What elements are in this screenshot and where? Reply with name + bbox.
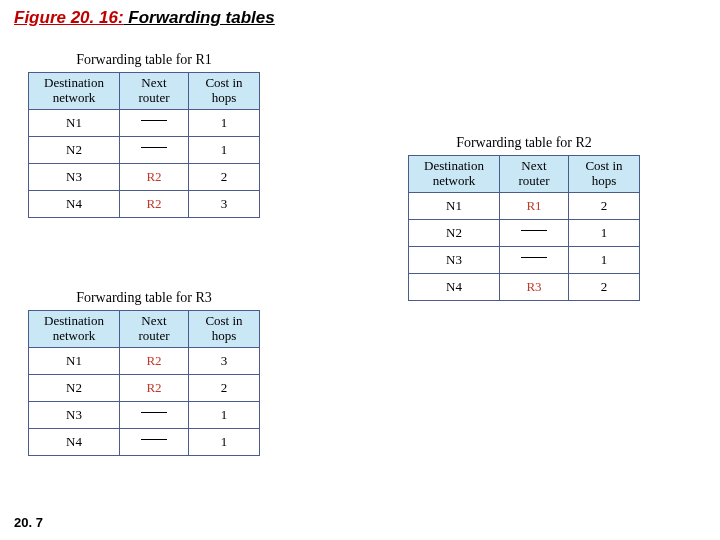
table-row: N3 1: [409, 246, 640, 273]
slide-number: 20. 7: [14, 515, 43, 530]
table: Destinationnetwork Nextrouter Cost inhop…: [408, 155, 640, 301]
table-row: N2 1: [409, 219, 640, 246]
col-header-next: Nextrouter: [500, 156, 569, 193]
cell-next: R2: [120, 163, 189, 190]
cell-next: [120, 136, 189, 163]
cell-cost: 2: [569, 273, 640, 300]
cell-dest: N1: [29, 347, 120, 374]
forwarding-table-r1: Forwarding table for R1 Destinationnetwo…: [28, 52, 260, 218]
col-header-destination: Destinationnetwork: [409, 156, 500, 193]
table-row: N2 R2 2: [29, 374, 260, 401]
cell-next: [120, 109, 189, 136]
table-row: N1 R1 2: [409, 192, 640, 219]
cell-next: [120, 428, 189, 455]
table-row: N3 R2 2: [29, 163, 260, 190]
figure-label: Forwarding tables: [124, 8, 275, 27]
figure-title: Figure 20. 16: Forwarding tables: [14, 8, 275, 28]
cell-cost: 1: [189, 428, 260, 455]
dash-icon: [521, 257, 547, 258]
table-row: N1 R2 3: [29, 347, 260, 374]
cell-cost: 3: [189, 347, 260, 374]
cell-cost: 2: [189, 374, 260, 401]
forwarding-table-r2: Forwarding table for R2 Destinationnetwo…: [408, 135, 640, 301]
cell-dest: N1: [29, 109, 120, 136]
col-header-cost: Cost inhops: [569, 156, 640, 193]
table-caption: Forwarding table for R3: [28, 290, 260, 306]
table-row: N3 1: [29, 401, 260, 428]
cell-dest: N2: [29, 374, 120, 401]
table: Destinationnetwork Nextrouter Cost inhop…: [28, 72, 260, 218]
table-caption: Forwarding table for R2: [408, 135, 640, 151]
cell-next: [500, 219, 569, 246]
dash-icon: [141, 147, 167, 148]
dash-icon: [141, 439, 167, 440]
cell-dest: N4: [29, 190, 120, 217]
col-header-cost: Cost inhops: [189, 73, 260, 110]
cell-cost: 2: [569, 192, 640, 219]
cell-next: [120, 401, 189, 428]
cell-next: R3: [500, 273, 569, 300]
cell-dest: N4: [29, 428, 120, 455]
table-row: N4 1: [29, 428, 260, 455]
col-header-destination: Destinationnetwork: [29, 311, 120, 348]
cell-cost: 2: [189, 163, 260, 190]
cell-cost: 1: [189, 136, 260, 163]
forwarding-table-r3: Forwarding table for R3 Destinationnetwo…: [28, 290, 260, 456]
dash-icon: [521, 230, 547, 231]
col-header-destination: Destinationnetwork: [29, 73, 120, 110]
col-header-next: Nextrouter: [120, 73, 189, 110]
cell-next: R2: [120, 374, 189, 401]
figure-number: Figure 20. 16:: [14, 8, 124, 27]
cell-next: R2: [120, 347, 189, 374]
cell-dest: N3: [409, 246, 500, 273]
cell-cost: 1: [189, 109, 260, 136]
cell-next: R2: [120, 190, 189, 217]
cell-cost: 3: [189, 190, 260, 217]
dash-icon: [141, 412, 167, 413]
cell-dest: N4: [409, 273, 500, 300]
cell-next: [500, 246, 569, 273]
table-row: N1 1: [29, 109, 260, 136]
cell-dest: N3: [29, 163, 120, 190]
table: Destinationnetwork Nextrouter Cost inhop…: [28, 310, 260, 456]
cell-cost: 1: [189, 401, 260, 428]
cell-dest: N3: [29, 401, 120, 428]
table-row: N4 R2 3: [29, 190, 260, 217]
dash-icon: [141, 120, 167, 121]
cell-dest: N1: [409, 192, 500, 219]
cell-next: R1: [500, 192, 569, 219]
table-row: N4 R3 2: [409, 273, 640, 300]
cell-cost: 1: [569, 246, 640, 273]
cell-dest: N2: [409, 219, 500, 246]
table-row: N2 1: [29, 136, 260, 163]
cell-dest: N2: [29, 136, 120, 163]
col-header-cost: Cost inhops: [189, 311, 260, 348]
cell-cost: 1: [569, 219, 640, 246]
col-header-next: Nextrouter: [120, 311, 189, 348]
table-caption: Forwarding table for R1: [28, 52, 260, 68]
